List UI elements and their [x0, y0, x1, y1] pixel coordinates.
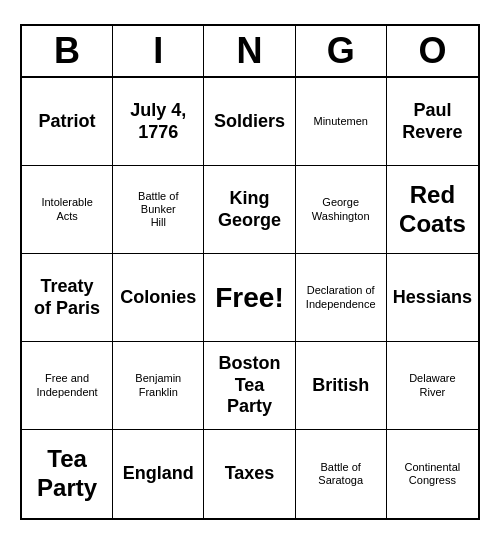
- header-letter: B: [22, 26, 113, 76]
- bingo-cell: British: [296, 342, 387, 430]
- bingo-cell: Battle of Bunker Hill: [113, 166, 204, 254]
- cell-label: Paul Revere: [402, 100, 462, 143]
- cell-label: King George: [218, 188, 281, 231]
- cell-label: Red Coats: [399, 181, 466, 239]
- cell-label: Declaration of Independence: [306, 284, 376, 310]
- cell-label: Patriot: [39, 111, 96, 133]
- cell-label: Minutemen: [313, 115, 367, 128]
- cell-label: George Washington: [312, 196, 370, 222]
- bingo-cell: Tea Party: [22, 430, 113, 518]
- bingo-cell: Free!: [204, 254, 295, 342]
- bingo-header: BINGO: [22, 26, 478, 78]
- header-letter: I: [113, 26, 204, 76]
- cell-label: Battle of Saratoga: [318, 461, 363, 487]
- cell-label: Intolerable Acts: [41, 196, 92, 222]
- bingo-cell: Paul Revere: [387, 78, 478, 166]
- cell-label: Delaware River: [409, 372, 455, 398]
- bingo-cell: Delaware River: [387, 342, 478, 430]
- cell-label: Battle of Bunker Hill: [138, 190, 178, 230]
- cell-label: July 4, 1776: [130, 100, 186, 143]
- bingo-cell: King George: [204, 166, 295, 254]
- bingo-cell: July 4, 1776: [113, 78, 204, 166]
- header-letter: O: [387, 26, 478, 76]
- bingo-cell: Free and Independent: [22, 342, 113, 430]
- cell-label: Boston Tea Party: [218, 353, 280, 418]
- cell-label: Free and Independent: [37, 372, 98, 398]
- bingo-cell: Patriot: [22, 78, 113, 166]
- cell-label: Tea Party: [37, 445, 97, 503]
- bingo-grid: PatriotJuly 4, 1776SoldiersMinutemenPaul…: [22, 78, 478, 518]
- bingo-cell: Soldiers: [204, 78, 295, 166]
- cell-label: Benjamin Franklin: [135, 372, 181, 398]
- cell-label: Continental Congress: [405, 461, 461, 487]
- bingo-cell: Benjamin Franklin: [113, 342, 204, 430]
- bingo-cell: Hessians: [387, 254, 478, 342]
- bingo-cell: Intolerable Acts: [22, 166, 113, 254]
- cell-label: Hessians: [393, 287, 472, 309]
- bingo-cell: Continental Congress: [387, 430, 478, 518]
- header-letter: N: [204, 26, 295, 76]
- header-letter: G: [296, 26, 387, 76]
- bingo-cell: Treaty of Paris: [22, 254, 113, 342]
- bingo-cell: Boston Tea Party: [204, 342, 295, 430]
- bingo-cell: Declaration of Independence: [296, 254, 387, 342]
- cell-label: Colonies: [120, 287, 196, 309]
- cell-label: British: [312, 375, 369, 397]
- bingo-cell: Minutemen: [296, 78, 387, 166]
- bingo-card: BINGO PatriotJuly 4, 1776SoldiersMinutem…: [20, 24, 480, 520]
- bingo-cell: Battle of Saratoga: [296, 430, 387, 518]
- cell-label: Soldiers: [214, 111, 285, 133]
- bingo-cell: Red Coats: [387, 166, 478, 254]
- bingo-cell: England: [113, 430, 204, 518]
- cell-label: England: [123, 463, 194, 485]
- bingo-cell: Colonies: [113, 254, 204, 342]
- bingo-cell: George Washington: [296, 166, 387, 254]
- cell-label: Free!: [215, 281, 283, 315]
- cell-label: Taxes: [225, 463, 275, 485]
- cell-label: Treaty of Paris: [34, 276, 100, 319]
- bingo-cell: Taxes: [204, 430, 295, 518]
